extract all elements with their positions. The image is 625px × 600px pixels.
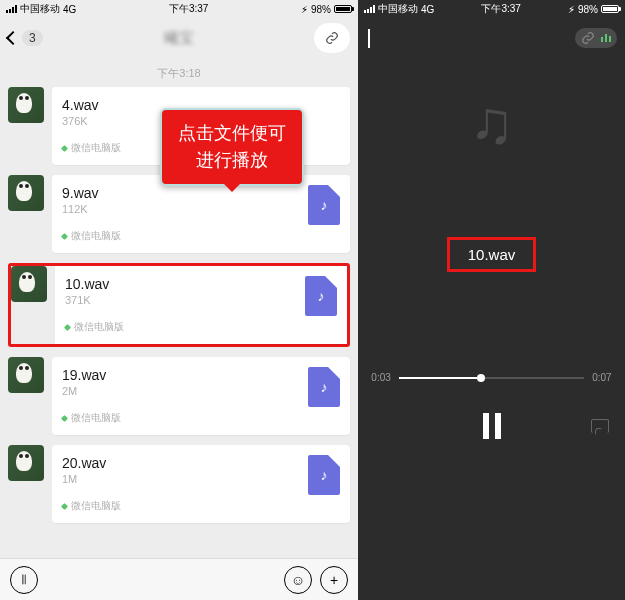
progress-row: 0:03 0:07 [371, 372, 611, 383]
file-name: 20.wav [62, 455, 340, 471]
time-divider: 下午3:18 [0, 58, 358, 87]
audio-file-icon: ♪ [308, 367, 340, 407]
file-message-highlighted[interactable]: 10.wav 371K ♪ 微信电脑版 [8, 263, 350, 347]
callout-line: 点击文件便可 [178, 120, 286, 147]
pause-button[interactable] [483, 413, 501, 439]
file-size: 2M [62, 385, 340, 397]
signal-icon [364, 5, 375, 13]
signal-icon [6, 5, 17, 13]
charging-icon: ⚡︎ [301, 4, 308, 15]
file-source: 微信电脑版 [62, 411, 340, 425]
file-size: 1M [62, 473, 340, 485]
annotation-callout: 点击文件便可 进行播放 [160, 108, 304, 186]
link-icon [581, 31, 595, 45]
battery-icon [334, 5, 352, 13]
link-icon [325, 31, 339, 45]
avatar[interactable] [11, 266, 47, 302]
smile-icon: ☺ [291, 572, 305, 588]
total-time: 0:07 [592, 372, 611, 383]
audio-file-icon: ♪ [305, 276, 337, 316]
equalizer-icon [601, 34, 611, 42]
chat-title: 曦宝 [164, 29, 194, 48]
audio-file-icon: ♪ [308, 185, 340, 225]
chat-screen: 中国移动 4G 下午3:37 ⚡︎ 98% 3 曦宝 下午3:18 [0, 0, 358, 600]
status-time: 下午3:37 [169, 2, 208, 16]
voice-icon: ⦀ [21, 571, 27, 588]
avatar[interactable] [8, 357, 44, 393]
status-time: 下午3:37 [481, 2, 520, 16]
battery-pct: 98% [311, 4, 331, 15]
carrier-label: 中国移动 [378, 2, 418, 16]
file-source: 微信电脑版 [65, 320, 337, 334]
player-header [358, 18, 625, 58]
carrier-label: 中国移动 [20, 2, 60, 16]
share-pill[interactable] [575, 28, 617, 48]
airplay-icon[interactable] [591, 419, 609, 433]
battery-icon [601, 5, 619, 13]
slider-thumb[interactable] [477, 374, 485, 382]
player-screen: 中国移动 4G 下午3:37 ⚡︎ 98% ♫ 10.wav 0:03 [358, 0, 625, 600]
chevron-left-icon [6, 31, 20, 45]
chat-header: 3 曦宝 [0, 18, 358, 58]
file-name: 9.wav [62, 185, 340, 201]
file-source: 微信电脑版 [62, 499, 340, 513]
track-name: 10.wav [468, 246, 516, 263]
callout-line: 进行播放 [178, 147, 286, 174]
elapsed-time: 0:03 [371, 372, 390, 383]
voice-button[interactable]: ⦀ [10, 566, 38, 594]
back-button[interactable] [368, 29, 370, 47]
plus-icon: + [330, 572, 338, 588]
avatar[interactable] [8, 175, 44, 211]
audio-file-icon: ♪ [308, 455, 340, 495]
file-source: 微信电脑版 [62, 229, 340, 243]
network-label: 4G [421, 4, 434, 15]
file-size: 371K [65, 294, 337, 306]
back-button[interactable]: 3 [8, 30, 43, 46]
avatar[interactable] [8, 87, 44, 123]
charging-icon: ⚡︎ [568, 4, 575, 15]
share-link-button[interactable] [314, 23, 350, 53]
avatar[interactable] [8, 445, 44, 481]
file-name: 19.wav [62, 367, 340, 383]
file-message[interactable]: 20.wav 1M ♪ 微信电脑版 [8, 445, 350, 523]
plus-button[interactable]: + [320, 566, 348, 594]
input-toolbar: ⦀ ☺ + [0, 558, 358, 600]
network-label: 4G [63, 4, 76, 15]
file-message[interactable]: 19.wav 2M ♪ 微信电脑版 [8, 357, 350, 435]
status-bar: 中国移动 4G 下午3:37 ⚡︎ 98% [0, 0, 358, 18]
progress-slider[interactable] [399, 377, 584, 379]
emoji-button[interactable]: ☺ [284, 566, 312, 594]
file-name: 10.wav [65, 276, 337, 292]
unread-badge: 3 [22, 30, 43, 46]
music-note-icon: ♫ [469, 88, 514, 157]
file-message[interactable]: 9.wav 112K ♪ 微信电脑版 [8, 175, 350, 253]
track-highlight: 10.wav [447, 237, 537, 272]
chevron-left-icon [368, 29, 370, 48]
status-bar: 中国移动 4G 下午3:37 ⚡︎ 98% [358, 0, 625, 18]
file-size: 112K [62, 203, 340, 215]
battery-pct: 98% [578, 4, 598, 15]
